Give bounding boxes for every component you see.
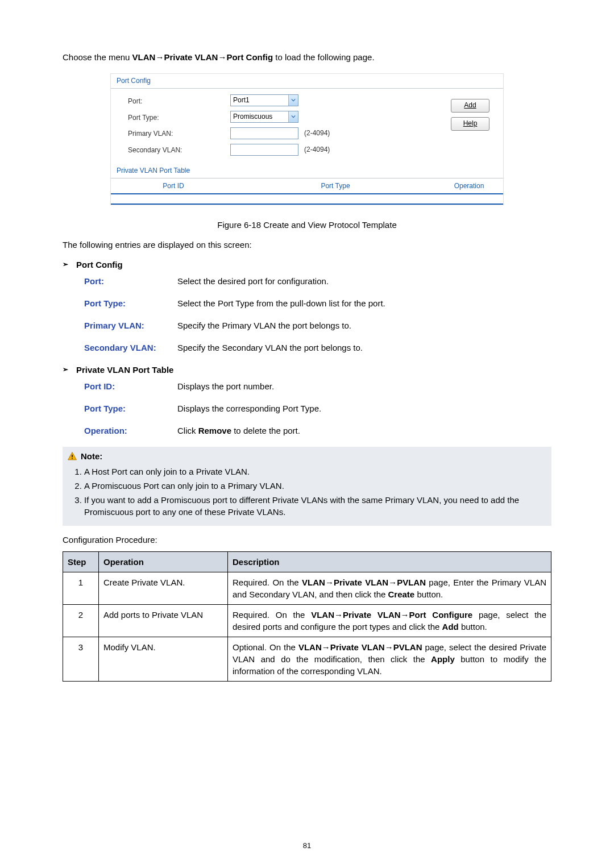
cell-operation: Create Private VLAN. xyxy=(99,572,228,605)
port-select[interactable]: Port1 xyxy=(230,94,298,106)
private-vlan-port-table-header: Port ID Port Type Operation xyxy=(111,180,503,195)
table-row: 2 Add ports to Private VLAN Required. On… xyxy=(63,605,551,637)
def-port-type2-label: Port Type: xyxy=(84,402,177,414)
cell-operation: Modify VLAN. xyxy=(99,637,228,682)
cell-step: 2 xyxy=(63,605,99,637)
def-secondary-vlan-label: Secondary VLAN: xyxy=(84,342,177,354)
private-vlan-port-table-title: Private VLAN Port Table xyxy=(111,164,503,177)
menu-instruction: Choose the menu VLAN→Private VLAN→Port C… xyxy=(63,51,551,63)
secondary-vlan-range-hint: (2-4094) xyxy=(304,145,330,155)
warning-icon xyxy=(67,451,77,462)
cell-operation: Add ports to Private VLAN xyxy=(99,605,228,637)
label-port: Port: xyxy=(128,97,230,106)
entries-intro: The following entries are displayed on t… xyxy=(63,239,551,251)
svg-rect-1 xyxy=(72,458,73,459)
cell-description: Optional. On the VLAN→Private VLAN→PVLAN… xyxy=(228,637,551,682)
note-item: A Host Port can only join to a Private V… xyxy=(84,466,547,477)
secondary-vlan-input[interactable] xyxy=(230,144,298,156)
cell-step: 3 xyxy=(63,637,99,682)
def-port-label: Port: xyxy=(84,275,177,287)
figure-caption: Figure 6-18 Create and View Protocol Tem… xyxy=(63,219,551,231)
table-row: 1 Create Private VLAN. Required. On the … xyxy=(63,572,551,605)
def-operation-value: Click Remove to delete the port. xyxy=(177,425,551,437)
th-step: Step xyxy=(63,552,99,572)
cell-description: Required. On the VLAN→Private VLAN→PVLAN… xyxy=(228,572,551,605)
th-operation: Operation xyxy=(99,552,228,572)
note-item: A Promiscuous Port can only join to a Pr… xyxy=(84,480,547,492)
def-operation-label: Operation: xyxy=(84,425,177,437)
label-port-type: Port Type: xyxy=(128,113,230,123)
note-box: Note: A Host Port can only join to a Pri… xyxy=(63,447,551,526)
def-port-type-label: Port Type: xyxy=(84,297,177,309)
bullet-icon: ➢ xyxy=(63,365,68,375)
svg-rect-0 xyxy=(72,455,73,458)
cell-description: Required. On the VLAN→Private VLAN→Port … xyxy=(228,605,551,637)
def-port-id-value: Displays the port number. xyxy=(177,380,551,392)
label-secondary-vlan: Secondary VLAN: xyxy=(128,146,230,155)
divider xyxy=(111,88,503,89)
pvpt-definitions: Port ID: Displays the port number. Port … xyxy=(84,380,551,437)
th-description: Description xyxy=(228,552,551,572)
col-port-id: Port ID xyxy=(111,181,236,191)
table-row: 3 Modify VLAN. Optional. On the VLAN→Pri… xyxy=(63,637,551,682)
primary-vlan-range-hint: (2-4094) xyxy=(304,128,330,138)
chevron-down-icon xyxy=(288,111,298,122)
port-config-heading: ➢ Port Config xyxy=(63,259,551,271)
def-port-type-value: Select the Port Type from the pull-down … xyxy=(177,297,551,309)
port-config-body: Port: Port Type: Primary VLAN: Secondary… xyxy=(111,90,503,164)
primary-vlan-input[interactable] xyxy=(230,127,298,139)
instruction-path: VLAN→Private VLAN→Port Config xyxy=(132,52,273,62)
help-button[interactable]: Help xyxy=(451,117,489,131)
note-heading: Note: xyxy=(67,450,547,462)
def-secondary-vlan-value: Specify the Secondary VLAN the port belo… xyxy=(177,342,551,354)
col-port-type: Port Type xyxy=(236,181,435,191)
bullet-icon: ➢ xyxy=(63,260,68,269)
instruction-suffix: to load the following page. xyxy=(273,52,374,62)
port-type-select[interactable]: Promiscuous xyxy=(230,111,298,123)
def-primary-vlan-value: Specify the Primary VLAN the port belong… xyxy=(177,319,551,331)
port-config-definitions: Port: Select the desired port for config… xyxy=(84,275,551,354)
pvpt-heading: ➢ Private VLAN Port Table xyxy=(63,364,551,376)
add-button[interactable]: Add xyxy=(451,99,489,113)
configuration-procedure-heading: Configuration Procedure: xyxy=(63,534,551,546)
def-port-type2-value: Displays the corresponding Port Type. xyxy=(177,402,551,414)
def-port-id-label: Port ID: xyxy=(84,380,177,392)
instruction-prefix: Choose the menu xyxy=(63,52,132,62)
page-number: 81 xyxy=(0,841,614,851)
note-item: If you want to add a Promiscuous port to… xyxy=(84,494,547,518)
screenshot-panel: Port Config Port: Port Type: Primary VLA… xyxy=(110,73,504,205)
def-port-value: Select the desired port for configuratio… xyxy=(177,275,551,287)
port-select-value: Port1 xyxy=(231,95,288,105)
cell-step: 1 xyxy=(63,572,99,605)
col-operation: Operation xyxy=(435,181,503,191)
label-primary-vlan: Primary VLAN: xyxy=(128,129,230,139)
port-type-select-value: Promiscuous xyxy=(231,112,288,122)
empty-table-body xyxy=(111,194,503,205)
port-config-section-title: Port Config xyxy=(111,74,503,87)
procedure-table: Step Operation Description 1 Create Priv… xyxy=(63,551,551,682)
divider xyxy=(111,178,503,178)
def-primary-vlan-label: Primary VLAN: xyxy=(84,319,177,331)
note-list: A Host Port can only join to a Private V… xyxy=(72,466,547,518)
chevron-down-icon xyxy=(288,95,298,106)
